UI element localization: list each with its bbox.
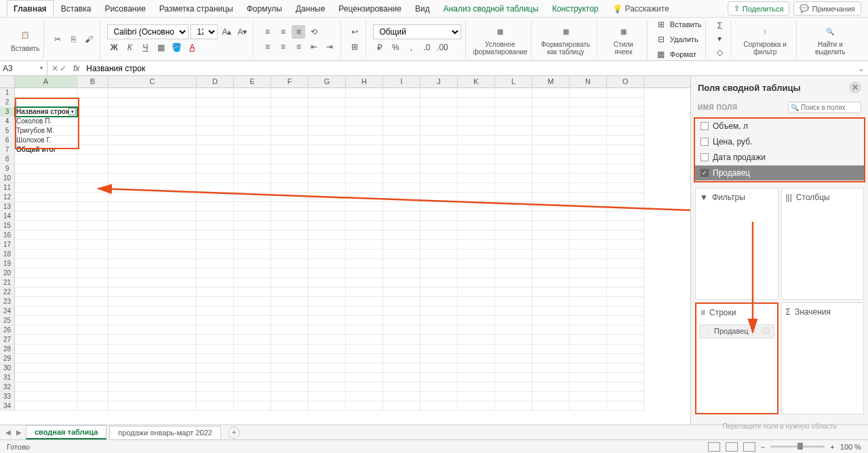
cell-G10[interactable] [309,174,346,183]
cell-C3[interactable] [108,107,197,117]
cell-G12[interactable] [309,193,346,202]
cell-C4[interactable] [108,117,197,126]
cell-B18[interactable] [77,250,108,259]
cell-N25[interactable] [570,316,607,326]
cell-B10[interactable] [77,174,108,183]
col-header-I[interactable]: I [383,76,420,87]
cell-B27[interactable] [77,335,108,344]
cell-K22[interactable] [458,288,495,297]
cell-K16[interactable] [458,231,495,240]
cell-B33[interactable] [77,392,108,401]
cell-O29[interactable] [607,354,644,363]
cell-G29[interactable] [309,354,346,363]
cell-M30[interactable] [532,363,570,373]
cell-A31[interactable] [15,373,77,382]
cell-L28[interactable] [495,344,532,354]
cell-N14[interactable] [570,212,607,221]
cell-C20[interactable] [108,269,197,278]
row-header-13[interactable]: 13 [0,202,15,212]
select-all-corner[interactable] [0,76,15,87]
cell-I24[interactable] [383,307,420,316]
next-sheet-icon[interactable]: ▶ [15,429,23,436]
cell-I18[interactable] [383,250,420,259]
cell-N8[interactable] [570,155,607,164]
cell-O17[interactable] [607,240,644,250]
cell-E19[interactable] [234,259,271,269]
cell-M34[interactable] [532,401,570,411]
cell-A26[interactable] [15,326,77,335]
cell-O21[interactable] [607,278,644,288]
cell-B3[interactable] [77,107,108,117]
cell-E29[interactable] [234,354,271,363]
cell-F25[interactable] [271,316,309,326]
cell-M33[interactable] [532,392,570,401]
row-header-14[interactable]: 14 [0,212,15,221]
cell-F34[interactable] [271,401,309,411]
align-middle-icon[interactable]: ≡ [276,25,290,39]
cell-L6[interactable] [495,136,532,145]
cell-L22[interactable] [495,288,532,297]
cell-G7[interactable] [309,145,346,155]
cell-O18[interactable] [607,250,644,259]
row-header-9[interactable]: 9 [0,164,15,174]
cell-N12[interactable] [570,193,607,202]
cell-A7[interactable]: Общий итог [15,145,77,155]
cell-A6[interactable]: Шолохов Г. [15,136,77,145]
cell-F26[interactable] [271,326,309,335]
cell-O31[interactable] [607,373,644,382]
cell-F33[interactable] [271,392,309,401]
row-header-28[interactable]: 28 [0,344,15,354]
col-header-L[interactable]: L [495,76,532,87]
cell-J2[interactable] [420,98,458,107]
cell-K12[interactable] [458,193,495,202]
cell-O14[interactable] [607,212,644,221]
cells[interactable]: Названия строк▾Соколов П.Тригубов М.Шоло… [15,88,690,411]
cell-J12[interactable] [420,193,458,202]
conditional-format-button[interactable]: ▦ Условное форматирование [473,22,527,56]
cell-J23[interactable] [420,297,458,307]
prev-sheet-icon[interactable]: ◀ [4,429,12,436]
row-header-4[interactable]: 4 [0,117,15,126]
cell-M18[interactable] [532,250,570,259]
cell-L33[interactable] [495,392,532,401]
cell-G27[interactable] [309,335,346,344]
cell-H2[interactable] [346,98,383,107]
share-button[interactable]: ⇪ Поделиться [728,1,790,16]
cell-C33[interactable] [108,392,197,401]
row-header-7[interactable]: 7 [0,145,15,155]
name-box-dropdown-icon[interactable]: ▼ [39,65,44,71]
cell-I32[interactable] [383,382,420,392]
cell-A29[interactable] [15,354,77,363]
cell-A30[interactable] [15,363,77,373]
col-header-F[interactable]: F [271,76,309,87]
cell-N28[interactable] [570,344,607,354]
field-sale-date[interactable]: Дата продажи [695,150,864,165]
cell-I5[interactable] [383,126,420,136]
cell-H22[interactable] [346,288,383,297]
sheet-tab-pivot[interactable]: сводная таблица [26,425,106,439]
cell-N2[interactable] [570,98,607,107]
cell-M21[interactable] [532,278,570,288]
cell-A1[interactable] [15,88,77,98]
cell-K33[interactable] [458,392,495,401]
row-header-25[interactable]: 25 [0,316,15,326]
cell-G15[interactable] [309,221,346,231]
cell-K9[interactable] [458,164,495,174]
cell-E8[interactable] [234,155,271,164]
cell-C2[interactable] [108,98,197,107]
cell-O20[interactable] [607,269,644,278]
align-left-icon[interactable]: ≡ [260,40,274,54]
cell-K11[interactable] [458,183,495,193]
cell-N29[interactable] [570,354,607,363]
cell-A5[interactable]: Тригубов М. [15,126,77,136]
cell-B32[interactable] [77,382,108,392]
cell-C16[interactable] [108,231,197,240]
row-header-10[interactable]: 10 [0,174,15,183]
cell-H6[interactable] [346,136,383,145]
row-header-22[interactable]: 22 [0,288,15,297]
row-header-29[interactable]: 29 [0,354,15,363]
percent-icon[interactable]: % [389,41,402,54]
cell-E33[interactable] [234,392,271,401]
cell-D16[interactable] [197,231,234,240]
cell-K6[interactable] [458,136,495,145]
